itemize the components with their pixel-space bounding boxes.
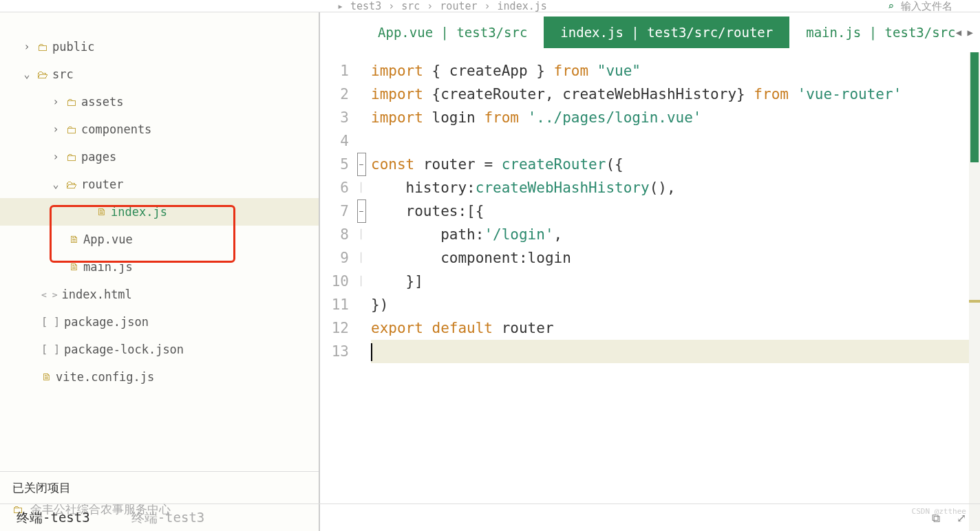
chevron-icon[interactable]: › [50, 123, 62, 136]
file-icon: 🗎 [69, 233, 79, 246]
folder-row[interactable]: ›🗀pages [0, 143, 319, 171]
folder-row[interactable]: ⌄🗁router [0, 171, 319, 198]
folder-icon: 🗀 [66, 151, 77, 164]
file-row[interactable]: 🗎main.js [0, 253, 319, 281]
breadcrumb-icon: ▸ [337, 0, 343, 12]
chevron-icon[interactable]: ⌄ [21, 68, 33, 80]
scrollbar-marker [969, 300, 980, 303]
code-content[interactable]: import { createApp } from "vue"import {c… [368, 52, 980, 531]
vertical-scrollbar[interactable] [969, 52, 980, 531]
fold-column: −│−│││ [354, 52, 368, 531]
watermark: CSDN @ztthee [912, 507, 966, 516]
folder-icon: 🗁 [37, 68, 48, 81]
tab-nav-arrows[interactable]: ◀ ▶ [956, 27, 973, 38]
tree-item-label: public [52, 40, 94, 54]
sidebar: ›🗀public⌄🗁src›🗀assets›🗀components›🗀pages… [0, 12, 320, 531]
breadcrumb-seg[interactable]: router [440, 0, 477, 12]
search-placeholder: 输入文件名 [901, 0, 952, 13]
search-area[interactable]: ⌕ 输入文件名 [888, 0, 952, 12]
folder-icon: 🗁 [66, 178, 77, 191]
breadcrumb: ▸ test3 › src › router › index.js [337, 0, 547, 12]
folder-icon: 🗀 [66, 123, 77, 136]
line-gutter: 12345678910111213 [320, 52, 354, 531]
terminal-tab[interactable]: 终端-test3 [131, 509, 205, 527]
file-row[interactable]: [ ]package.json [0, 308, 319, 336]
tree-item-label: package.json [64, 315, 149, 329]
code-editor[interactable]: 12345678910111213 −│−│││ import { create… [320, 52, 980, 531]
folder-row[interactable]: ›🗀public [0, 33, 319, 61]
file-icon: [ ] [41, 316, 60, 328]
file-row[interactable]: [ ]package-lock.json [0, 336, 319, 363]
tree-item-label: main.js [83, 260, 133, 274]
editor-tab[interactable]: App.vue | test3/src [361, 17, 544, 48]
file-icon: [ ] [41, 343, 60, 356]
breadcrumb-seg[interactable]: index.js [498, 0, 547, 12]
bottom-panel-tabs: 终端-test3 终端-test3 ⧉ ⤢ [0, 503, 980, 531]
editor-tabs: App.vue | test3/srcindex.js | test3/src/… [320, 12, 980, 52]
file-icon: 🗎 [41, 371, 52, 383]
tree-item-label: src [52, 67, 74, 81]
folder-row[interactable]: ›🗀assets [0, 88, 319, 116]
tree-item-label: vite.config.js [56, 370, 154, 384]
file-row[interactable]: < >index.html [0, 281, 319, 308]
tree-item-label: components [81, 122, 151, 136]
search-icon: ⌕ [888, 0, 894, 12]
editor-area: App.vue | test3/srcindex.js | test3/src/… [320, 12, 980, 531]
scrollbar-thumb[interactable] [970, 52, 979, 162]
file-row[interactable]: 🗎App.vue [0, 226, 319, 253]
terminal-tab[interactable]: 终端-test3 [17, 509, 90, 527]
chevron-icon[interactable]: › [50, 151, 62, 163]
breadcrumb-seg[interactable]: src [401, 0, 420, 12]
file-icon: < > [41, 290, 57, 300]
file-row[interactable]: 🗎index.js [0, 198, 319, 226]
file-icon: 🗎 [69, 261, 79, 273]
tree-item-label: index.js [111, 205, 167, 219]
fold-toggle-icon[interactable]: − [357, 153, 366, 176]
tree-item-label: pages [81, 150, 116, 164]
text-cursor [371, 343, 372, 361]
chevron-icon[interactable]: › [50, 96, 62, 108]
folder-icon: 🗀 [37, 41, 48, 54]
tree-item-label: assets [81, 95, 123, 109]
file-tree: ›🗀public⌄🗁src›🗀assets›🗀components›🗀pages… [0, 12, 319, 471]
tree-item-label: App.vue [83, 232, 133, 246]
file-icon: 🗎 [96, 206, 107, 218]
breadcrumb-seg[interactable]: test3 [350, 0, 381, 12]
folder-row[interactable]: ›🗀components [0, 116, 319, 143]
chevron-icon[interactable]: › [21, 41, 33, 53]
editor-tab[interactable]: main.js | test3/src [789, 17, 972, 48]
editor-tab[interactable]: index.js | test3/src/router [544, 17, 789, 48]
closed-projects-label: 已关闭项目 [12, 480, 306, 496]
chevron-icon[interactable]: ⌄ [50, 178, 62, 191]
folder-row[interactable]: ⌄🗁src [0, 61, 319, 88]
fold-toggle-icon[interactable]: − [357, 199, 366, 223]
folder-icon: 🗀 [66, 96, 77, 109]
tree-item-label: router [81, 177, 123, 191]
tree-item-label: index.html [61, 288, 131, 301]
tree-item-label: package-lock.json [64, 343, 184, 356]
file-row[interactable]: 🗎vite.config.js [0, 363, 319, 391]
